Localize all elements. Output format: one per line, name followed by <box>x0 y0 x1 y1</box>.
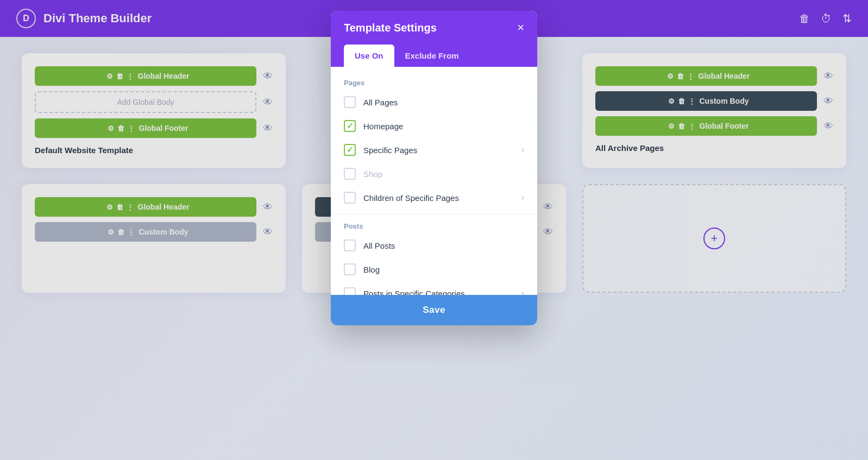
checkbox-shop <box>344 168 356 180</box>
option-specific-pages[interactable]: ✓ Specific Pages › <box>331 138 537 162</box>
option-shop: Shop <box>331 162 537 186</box>
modal-tabs: Use On Exclude From <box>331 45 537 67</box>
option-all-posts[interactable]: All Posts <box>331 234 537 257</box>
checkbox-all-pages <box>344 96 356 108</box>
modal-body: Pages All Pages ✓ Homepage ✓ Specific Pa… <box>331 67 537 295</box>
tab-use-on[interactable]: Use On <box>344 45 394 67</box>
children-specific-label: Children of Specific Pages <box>363 193 521 203</box>
modal-close-button[interactable]: × <box>517 21 524 35</box>
option-children-specific[interactable]: Children of Specific Pages › <box>331 186 537 210</box>
chevron-specific-pages: › <box>521 145 524 155</box>
template-settings-modal: Template Settings × Use On Exclude From … <box>331 11 537 325</box>
modal-overlay: Template Settings × Use On Exclude From … <box>0 0 868 460</box>
option-homepage[interactable]: ✓ Homepage <box>331 114 537 138</box>
checkbox-all-posts <box>344 240 356 251</box>
homepage-label: Homepage <box>363 122 524 131</box>
chevron-children-specific: › <box>521 193 524 203</box>
modal-footer: Save <box>331 295 537 325</box>
pages-section-label: Pages <box>331 75 537 90</box>
checkbox-posts-categories <box>344 287 356 295</box>
check-homepage: ✓ <box>347 121 354 131</box>
shop-label: Shop <box>363 169 524 179</box>
blog-label: Blog <box>363 265 524 274</box>
all-pages-label: All Pages <box>363 98 524 107</box>
checkbox-blog <box>344 263 356 275</box>
checkbox-children-specific <box>344 192 356 204</box>
all-posts-label: All Posts <box>363 241 524 250</box>
posts-section-label: Posts <box>331 219 537 234</box>
modal-header: Template Settings × <box>331 11 537 45</box>
checkbox-specific-pages: ✓ <box>344 144 356 156</box>
modal-title: Template Settings <box>344 22 437 34</box>
posts-categories-label: Posts in Specific Categories <box>363 289 521 295</box>
option-blog[interactable]: Blog <box>331 257 537 281</box>
tab-exclude-from[interactable]: Exclude From <box>394 45 470 67</box>
option-posts-categories[interactable]: Posts in Specific Categories › <box>331 281 537 295</box>
specific-pages-label: Specific Pages <box>363 146 521 155</box>
checkbox-homepage: ✓ <box>344 120 356 132</box>
check-specific-pages: ✓ <box>347 145 354 155</box>
chevron-posts-categories: › <box>521 288 524 295</box>
option-all-pages[interactable]: All Pages <box>331 90 537 114</box>
section-divider <box>331 214 537 215</box>
save-button[interactable]: Save <box>331 295 537 325</box>
